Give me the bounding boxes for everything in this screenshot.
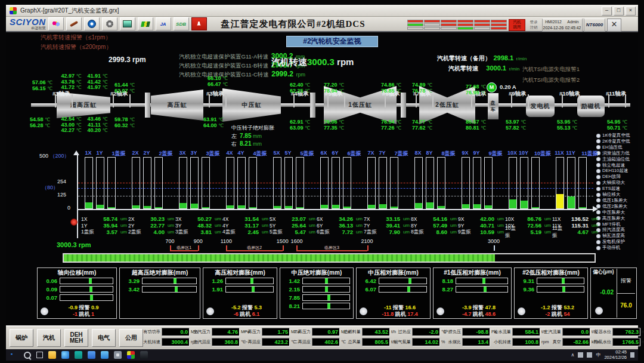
input-language-indicator[interactable]: 中 — [596, 352, 600, 358]
volume-icon[interactable] — [587, 352, 592, 358]
vibration-bar-1y — [96, 157, 104, 209]
bearing-temps-top: 66.10 ℃66.47 ℃ — [208, 76, 228, 87]
reading-value-box: 360.8 — [212, 338, 240, 346]
vibration-value-group: 7X33.15um7Y39.41um7盖振7.90um — [364, 216, 410, 235]
hmi-id: HMI2012 — [543, 19, 564, 25]
notification-icon[interactable] — [630, 352, 634, 358]
terminal-icon[interactable] — [140, 351, 148, 359]
task-view-icon[interactable] — [36, 352, 43, 358]
taskbar-clock[interactable]: 02:45 2024/12/26 — [604, 350, 627, 360]
gauge-row: 6.07 — [360, 286, 427, 293]
status-lamp-icon — [596, 134, 600, 138]
maximize-button[interactable]: □ — [614, 7, 624, 16]
search-icon[interactable] — [24, 352, 31, 359]
store-icon[interactable] — [75, 351, 82, 359]
gauge-bar — [302, 303, 350, 309]
vibration-bar-9y — [473, 157, 481, 209]
reading-row: 大机转速3000.4rpm — [142, 337, 192, 346]
vibration-value-group: 6X34.26um6Y36.13um6盖振7.72um — [317, 216, 363, 235]
clock-icon[interactable] — [84, 17, 100, 30]
toolbar-close-button[interactable]: ✕ — [607, 19, 621, 32]
close-button[interactable]: × — [626, 7, 636, 16]
graphx-app-icon — [10, 7, 17, 14]
reading-row: 过热度-2.0℃ — [392, 327, 442, 336]
photos-icon[interactable] — [101, 351, 109, 359]
status-lamp-item: 低压1胀差大 — [596, 198, 627, 204]
tab-电气[interactable]: 电气 — [92, 329, 116, 347]
status-lamp-item: 大轴振动大 — [596, 180, 625, 186]
alarm-bell-icon[interactable] — [191, 17, 207, 30]
ja-icon[interactable]: JA — [156, 17, 171, 30]
network-icon[interactable] — [578, 352, 583, 358]
tools-icon[interactable] — [66, 17, 82, 30]
reading-column: 凝器水位762.3mm除氧水位1766.5mm — [593, 327, 643, 346]
low-speed-alarm-label: 汽机转速报警（≤200rpm） — [41, 44, 112, 50]
reading-row: 二再压力0.97MPa — [292, 327, 342, 336]
status-lamp-icon — [596, 163, 600, 167]
gauge-row: 7.85 — [283, 294, 350, 301]
tab-DEHMEH[interactable]: DEH MEH — [64, 329, 88, 347]
reading-row: 炉膛负压-98.8Pa — [442, 327, 493, 336]
mail-icon[interactable] — [88, 351, 95, 359]
vibration-value-group: 3X50.27um3Y48.32um3盖振3.81um — [175, 216, 221, 235]
file-explorer-icon[interactable] — [48, 351, 56, 359]
speed-tick-mark — [494, 245, 495, 251]
gauge-row: 6.42 — [360, 278, 427, 284]
bearing-housing-mark — [327, 94, 329, 107]
alarm-grid-cell — [424, 23, 440, 26]
tab-公用[interactable]: 公用 — [119, 329, 143, 347]
bar-group-labels: 8X8Y8盖振 — [413, 150, 463, 156]
monitor-icon[interactable] — [120, 17, 135, 30]
sdb-icon[interactable]: SDB — [174, 17, 189, 30]
session-nav[interactable]: 登录 注销 — [527, 19, 540, 30]
bar-group-labels: 6X6Y6盖振 — [318, 150, 369, 156]
bearing-housing-mark — [344, 94, 345, 107]
vibration-bar-6x — [320, 157, 329, 209]
speed-tick-mark — [283, 245, 284, 251]
tray-chevron-icon[interactable]: ∧ — [571, 352, 575, 358]
bar-group-labels: 2X2Y2盖振 — [130, 150, 180, 156]
vibration-value-group: 9X42.00um9Y40.71um9盖振10.59um — [458, 216, 504, 235]
alarm-grid-cell — [457, 23, 473, 26]
tab-汽机[interactable]: 汽机 — [37, 329, 61, 347]
panel-中压绝对膨胀(mm): 中压绝对膨胀(mm)1.422.157.858.21 — [280, 267, 354, 319]
reading-column: 主汽压力4.76MPa主汽温度360.8℃ — [192, 327, 242, 346]
y-max-label: 500 — [39, 153, 48, 159]
turbine-trip-indicator[interactable]: 汽机 跳闸 — [509, 19, 525, 31]
books-icon[interactable] — [138, 17, 153, 30]
gauge-row: 9.36 — [518, 286, 584, 293]
reading-column: 炉膛负压-98.8Pa水煤比13.4 — [442, 327, 493, 346]
settings-icon[interactable] — [114, 351, 122, 359]
graphx-icon[interactable] — [127, 351, 135, 359]
alarm-grid-cell — [441, 20, 457, 23]
y-trip-label: 254 — [57, 179, 66, 185]
alarm-grid-cell — [474, 27, 490, 30]
reading-value-box: -98.8 — [462, 328, 490, 336]
vibration-bar-6y — [332, 157, 340, 209]
vibration-bar-10cover — [531, 157, 540, 209]
gauge-bar — [456, 286, 508, 293]
reading-row: 主汽压力4.76MPa — [192, 327, 242, 336]
vibration-bar-11cover — [578, 157, 587, 209]
minimize-button[interactable]: – — [602, 7, 612, 16]
browser-icon[interactable] — [61, 351, 69, 359]
bearing-temps-bottom: 53.95 ℃55.13 ℃ — [557, 119, 577, 131]
gauge-row: 0.09 — [41, 286, 113, 293]
start-icon[interactable] — [11, 353, 14, 357]
users-icon[interactable] — [48, 17, 64, 30]
vibration-value-group: 1X58.74um1Y35.94um1盖振3.57um — [81, 216, 127, 235]
gear-icon[interactable] — [102, 17, 117, 30]
user-name: Admin — [564, 19, 582, 25]
reading-row: 除氧水位1766.5mm — [593, 337, 643, 346]
gauge-bar — [379, 278, 427, 284]
reading-value-box: 3000.4 — [162, 338, 190, 346]
speed-tick-label: 700 — [159, 238, 181, 244]
reading-row: 给水流量584.1t/h — [493, 327, 543, 336]
bearing-temps-top: 61.44 ℃62.07 ℃ — [114, 82, 135, 94]
status-lamp-item: 手动停机 — [596, 245, 620, 251]
bearing-temps-bottom: 54.58 ℃56.28 ℃ — [30, 117, 50, 128]
bar-group-labels: 10X10Y10盖振 — [507, 150, 557, 156]
alarm-grid-cell — [491, 27, 507, 30]
tab-锅炉[interactable]: 锅炉 — [10, 329, 33, 347]
alarm-grid-cell — [474, 20, 490, 23]
